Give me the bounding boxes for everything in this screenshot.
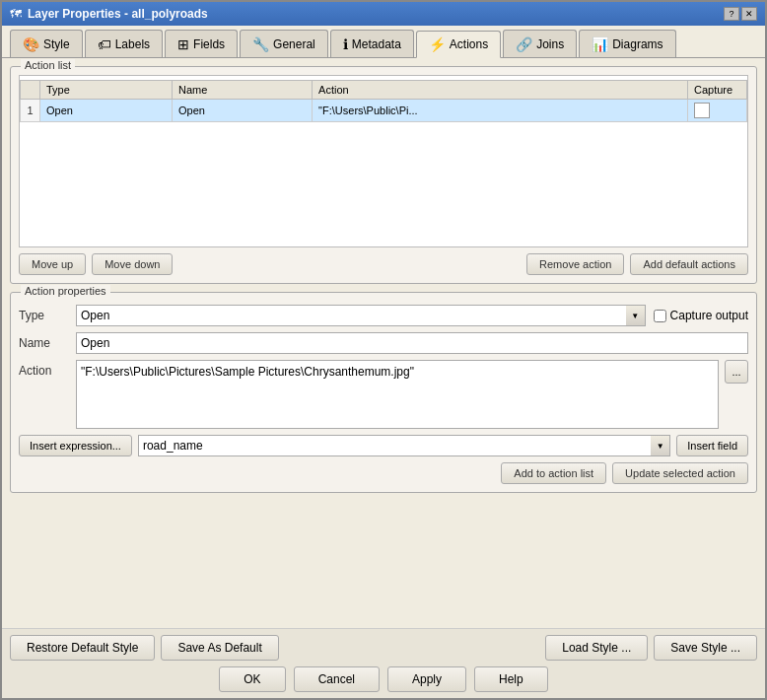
add-to-action-list-button[interactable]: Add to action list	[501, 462, 606, 484]
tab-style[interactable]: 🎨 Style	[10, 30, 83, 57]
table-row[interactable]: 1 Open Open "F:\Users\Public\Pi...	[21, 100, 747, 122]
main-window: 🗺 Layer Properties - all_polyroads ? ✕ 🎨…	[0, 0, 767, 700]
tab-joins[interactable]: 🔗 Joins	[503, 30, 577, 57]
ok-cancel-row: OK Cancel Apply Help	[10, 666, 757, 692]
title-bar-controls: ? ✕	[724, 7, 757, 21]
tab-actions-label: Actions	[450, 37, 488, 51]
tab-metadata-label: Metadata	[352, 37, 401, 51]
tab-joins-label: Joins	[536, 37, 564, 51]
type-select-wrap: Open Generic Mac Windows Python Unix ▼	[76, 305, 646, 326]
tab-fields[interactable]: ⊞ Fields	[165, 30, 238, 57]
action-list-group: Action list Type Name Action Capture	[10, 66, 757, 284]
bottom-style-row: Restore Default Style Save As Default Lo…	[10, 635, 757, 661]
action-list-table: Type Name Action Capture 1 Open Open "F:…	[20, 80, 747, 122]
update-selected-action-button[interactable]: Update selected action	[612, 462, 748, 484]
col-type: Type	[40, 81, 173, 100]
move-down-button[interactable]: Move down	[92, 253, 173, 275]
tab-style-label: Style	[43, 37, 70, 51]
ok-button[interactable]: OK	[219, 666, 285, 692]
name-label: Name	[19, 336, 68, 350]
metadata-tab-icon: ℹ	[343, 36, 348, 52]
remove-action-button[interactable]: Remove action	[526, 253, 624, 275]
labels-tab-icon: 🏷	[98, 36, 111, 52]
type-label: Type	[19, 309, 68, 322]
row-buttons: Move up Move down Remove action Add defa…	[19, 253, 748, 275]
action-properties-group: Action properties Type Open Generic Mac …	[10, 292, 757, 493]
row-name: Open	[172, 100, 312, 122]
tab-diagrams-label: Diagrams	[612, 37, 662, 51]
tab-bar: 🎨 Style 🏷 Labels ⊞ Fields 🔧 General ℹ Me…	[2, 26, 765, 58]
tab-general-label: General	[273, 37, 315, 51]
row-type: Open	[40, 100, 173, 122]
tab-diagrams[interactable]: 📊 Diagrams	[579, 30, 675, 57]
title-bar: 🗺 Layer Properties - all_polyroads ? ✕	[2, 2, 765, 26]
name-row: Name	[19, 332, 748, 354]
field-select[interactable]: road_name fid type name length	[138, 435, 670, 456]
capture-row: Capture output	[654, 309, 748, 322]
tab-labels[interactable]: 🏷 Labels	[85, 30, 163, 57]
action-buttons-row: Add to action list Update selected actio…	[19, 462, 748, 484]
type-select[interactable]: Open Generic Mac Windows Python Unix	[76, 305, 646, 326]
close-title-btn[interactable]: ✕	[741, 7, 757, 21]
tab-fields-label: Fields	[193, 37, 225, 51]
move-up-button[interactable]: Move up	[19, 253, 86, 275]
style-tab-icon: 🎨	[23, 36, 39, 52]
col-name: Name	[172, 81, 312, 100]
capture-checkbox-cell[interactable]	[694, 103, 710, 118]
general-tab-icon: 🔧	[252, 36, 269, 52]
diagrams-tab-icon: 📊	[592, 36, 608, 52]
type-row: Type Open Generic Mac Windows Python Uni…	[19, 305, 748, 326]
load-style-button[interactable]: Load Style ...	[545, 635, 648, 661]
capture-output-checkbox[interactable]	[654, 310, 666, 322]
window-title: Layer Properties - all_polyroads	[28, 7, 208, 21]
actions-tab-icon: ⚡	[429, 36, 446, 52]
action-list-table-container[interactable]: Type Name Action Capture 1 Open Open "F:…	[19, 75, 748, 247]
main-content: Action list Type Name Action Capture	[2, 58, 765, 628]
insert-field-button[interactable]: Insert field	[676, 435, 748, 456]
col-num	[21, 81, 40, 100]
bottom-bar: Restore Default Style Save As Default Lo…	[2, 628, 765, 698]
capture-output-label: Capture output	[670, 309, 748, 322]
row-capture	[688, 100, 747, 122]
row-action: "F:\Users\Public\Pi...	[313, 100, 688, 122]
ellipsis-button[interactable]: ...	[725, 360, 748, 384]
insert-expression-button[interactable]: Insert expression...	[19, 435, 132, 456]
action-list-title: Action list	[21, 59, 75, 71]
joins-tab-icon: 🔗	[516, 36, 532, 52]
help-button[interactable]: Help	[474, 666, 548, 692]
save-style-button[interactable]: Save Style ...	[654, 635, 757, 661]
help-title-btn[interactable]: ?	[724, 7, 739, 21]
action-form: Type Open Generic Mac Windows Python Uni…	[19, 305, 748, 484]
insert-row: Insert expression... road_name fid type …	[19, 435, 748, 456]
action-textarea-wrap: "F:\Users\Public\Pictures\Sample Picture…	[76, 360, 748, 429]
field-select-wrap: road_name fid type name length ▼	[138, 435, 670, 456]
fields-tab-icon: ⊞	[177, 36, 189, 52]
add-default-actions-button[interactable]: Add default actions	[630, 253, 748, 275]
title-bar-left: 🗺 Layer Properties - all_polyroads	[10, 7, 208, 21]
action-row: Action "F:\Users\Public\Pictures\Sample …	[19, 360, 748, 429]
name-input[interactable]	[76, 332, 748, 354]
cancel-button[interactable]: Cancel	[294, 666, 380, 692]
col-action: Action	[313, 81, 688, 100]
action-textarea[interactable]: "F:\Users\Public\Pictures\Sample Picture…	[76, 360, 719, 429]
action-properties-title: Action properties	[21, 285, 110, 297]
save-as-default-button[interactable]: Save As Default	[161, 635, 278, 661]
action-label: Action	[19, 360, 68, 378]
tab-metadata[interactable]: ℹ Metadata	[330, 30, 414, 57]
restore-default-style-button[interactable]: Restore Default Style	[10, 635, 155, 661]
apply-button[interactable]: Apply	[387, 666, 466, 692]
tab-actions[interactable]: ⚡ Actions	[416, 31, 501, 58]
window-icon: 🗺	[10, 7, 22, 21]
col-capture: Capture	[688, 81, 747, 100]
tab-labels-label: Labels	[115, 37, 150, 51]
tab-general[interactable]: 🔧 General	[240, 30, 328, 57]
row-num: 1	[21, 100, 40, 122]
